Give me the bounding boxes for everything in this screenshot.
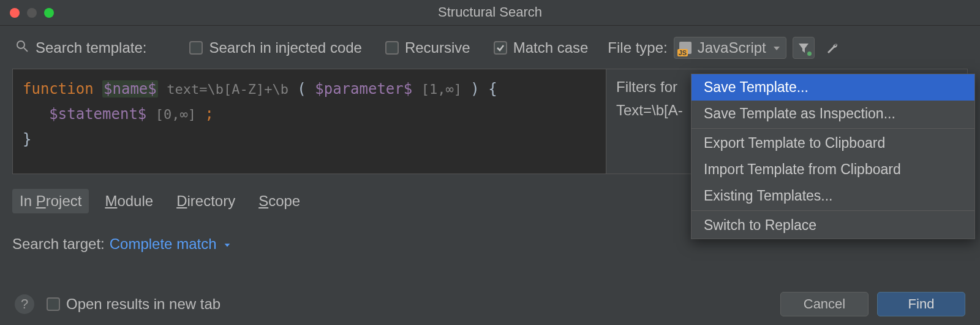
cancel-button[interactable]: Cancel xyxy=(780,292,869,316)
scope-tab[interactable]: Module xyxy=(97,189,160,213)
svg-point-0 xyxy=(17,41,24,48)
menu-separator xyxy=(692,128,974,129)
search-target-value: Complete match xyxy=(110,235,217,252)
recursive-checkbox[interactable]: Recursive xyxy=(385,39,470,56)
checkbox-icon xyxy=(189,41,203,55)
scope-tab[interactable]: Directory xyxy=(169,189,243,213)
toolbar: Search template: Search in injected code… xyxy=(0,26,980,69)
match-case-label: Match case xyxy=(513,39,589,56)
name-variable: $name$ xyxy=(102,80,158,98)
close-paren-brace: ) { xyxy=(470,80,497,98)
close-window-button[interactable] xyxy=(10,8,20,18)
search-injected-checkbox[interactable]: Search in injected code xyxy=(189,39,362,56)
scope-tab[interactable]: In Project xyxy=(12,189,89,213)
minimize-window-button[interactable] xyxy=(27,8,37,18)
filter-active-indicator xyxy=(807,52,812,56)
close-brace: } xyxy=(23,131,31,148)
window-controls xyxy=(10,8,54,18)
checkbox-icon xyxy=(385,41,399,55)
find-button[interactable]: Find xyxy=(877,292,965,316)
menu-separator xyxy=(692,210,974,211)
help-button[interactable]: ? xyxy=(15,294,34,314)
open-new-tab-label: Open results in new tab xyxy=(66,296,221,313)
menu-item[interactable]: Export Template to Clipboard xyxy=(692,130,974,156)
parameter-count-hint: [1,∞] xyxy=(421,82,462,97)
search-injected-label: Search in injected code xyxy=(209,39,362,56)
search-icon xyxy=(15,39,29,57)
javascript-icon xyxy=(679,42,692,54)
checkbox-icon xyxy=(494,41,507,55)
statement-variable: $statement$ xyxy=(49,105,146,123)
bottom-bar: ? Open results in new tab Cancel Find xyxy=(0,292,980,316)
filter-button[interactable] xyxy=(793,37,815,59)
svg-marker-3 xyxy=(799,44,809,53)
svg-marker-4 xyxy=(225,243,230,247)
chevron-down-icon xyxy=(772,39,781,56)
template-editor[interactable]: function $name$ text=\b[A-Z]+\b ( $param… xyxy=(13,69,606,174)
match-case-checkbox[interactable]: Match case xyxy=(494,39,589,56)
keyword: function xyxy=(23,80,94,98)
menu-item[interactable]: Save Template as Inspection... xyxy=(692,101,974,127)
svg-marker-2 xyxy=(774,47,780,50)
svg-line-1 xyxy=(24,48,28,52)
file-type-combo[interactable]: JavaScript xyxy=(674,37,786,59)
window-title: Structural Search xyxy=(438,4,542,20)
search-target-combo[interactable]: Complete match xyxy=(110,235,232,253)
parameter-variable: $parameter$ xyxy=(315,80,412,98)
tools-dropdown-menu: Save Template...Save Template as Inspect… xyxy=(691,74,975,239)
open-paren: ( xyxy=(297,80,306,98)
recursive-label: Recursive xyxy=(405,39,470,56)
name-constraint-hint: text=\b[A-Z]+\b xyxy=(167,82,288,97)
file-type-label: File type: xyxy=(608,39,667,56)
tools-menu-button[interactable] xyxy=(821,37,843,59)
scope-tab[interactable]: Scope xyxy=(251,189,307,213)
file-type-value: JavaScript xyxy=(698,39,766,56)
menu-item[interactable]: Import Template from Clipboard xyxy=(692,156,974,183)
open-new-tab-checkbox[interactable]: Open results in new tab xyxy=(47,296,221,313)
zoom-window-button[interactable] xyxy=(44,8,54,18)
semicolon: ; xyxy=(205,105,213,123)
checkbox-icon xyxy=(47,297,60,311)
titlebar: Structural Search xyxy=(0,0,980,26)
statement-count-hint: [0,∞] xyxy=(156,107,196,122)
search-target-label: Search target: xyxy=(12,235,105,253)
menu-item[interactable]: Switch to Replace xyxy=(692,212,974,239)
menu-item[interactable]: Save Template... xyxy=(692,74,974,101)
search-template-label: Search template: xyxy=(36,39,146,56)
menu-item[interactable]: Existing Templates... xyxy=(692,183,974,209)
